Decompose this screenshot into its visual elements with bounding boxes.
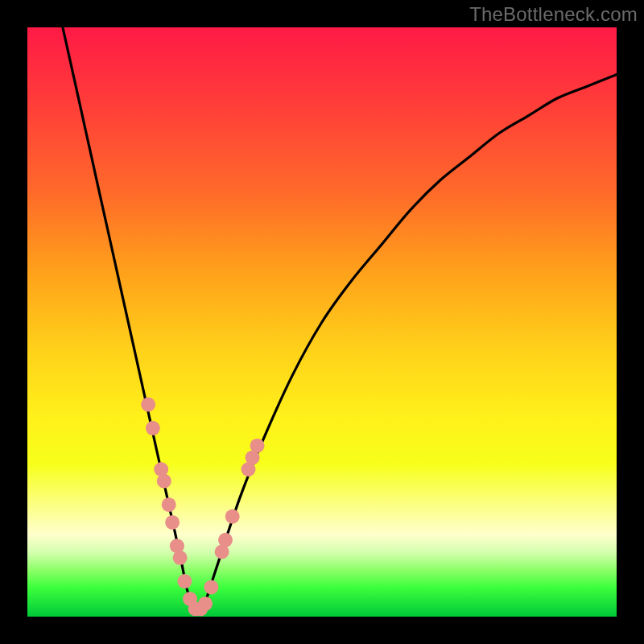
marker-dot xyxy=(146,421,160,436)
marker-dot xyxy=(198,597,213,611)
marker-dot xyxy=(204,580,218,594)
chart-stage: TheBottleneck.com xyxy=(0,0,644,644)
marker-dot xyxy=(225,510,240,524)
marker-dot xyxy=(177,574,192,588)
marker-dot xyxy=(218,533,233,547)
marker-dot xyxy=(173,551,188,565)
marker-dot xyxy=(250,439,265,453)
marker-dot xyxy=(157,474,171,489)
bottleneck-curve xyxy=(63,27,617,611)
marker-group xyxy=(141,398,264,617)
plot-area xyxy=(27,27,617,617)
marker-dot xyxy=(141,398,155,412)
watermark-label: TheBottleneck.com xyxy=(469,3,638,26)
chart-svg xyxy=(27,27,617,617)
marker-dot xyxy=(162,497,176,512)
marker-dot xyxy=(165,515,180,530)
